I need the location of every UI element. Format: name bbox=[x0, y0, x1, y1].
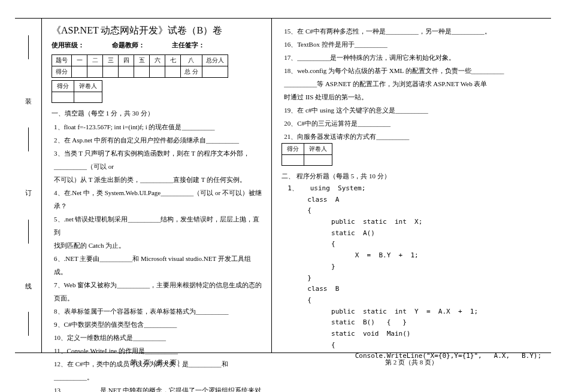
section-score-table-1: 得分 评卷人 bbox=[52, 80, 102, 103]
th-3: 三 bbox=[103, 55, 119, 66]
head-label: 主任签字： bbox=[172, 41, 205, 48]
code-l9: } bbox=[287, 274, 311, 282]
code-l2: class A bbox=[287, 196, 339, 203]
page-number-1: 第 1 页（共 8 页） bbox=[131, 358, 183, 367]
binding-margin: 装 订 线 bbox=[15, 19, 42, 353]
q17: 17、__________是一种特殊的方法，调用它来初始化对象。 bbox=[282, 51, 541, 64]
th-7: 七 bbox=[165, 55, 181, 66]
code-l5: static A() bbox=[287, 229, 375, 237]
q9: 9、C#中数据类型的值类型包含__________ bbox=[52, 318, 262, 331]
q15: 15、在 C#中有两种多态性，一种是__________，另一种是_______… bbox=[282, 25, 541, 38]
binding-mark-1: 装 bbox=[24, 92, 33, 94]
code-l3: { bbox=[287, 206, 311, 214]
q13a: 13、__________是.NET 中独有的概念，它提供了一个逻辑组织系统来对… bbox=[52, 384, 262, 392]
class-label: 使用班级： bbox=[52, 41, 84, 48]
th-2: 二 bbox=[87, 55, 103, 66]
code-l4: public static int X; bbox=[287, 218, 422, 226]
q5a: 5、.net 错误处理机制采用__________结构，发生错误时，层层上抛，直… bbox=[52, 212, 262, 239]
vline bbox=[28, 220, 29, 244]
code-l10: class B bbox=[287, 285, 339, 293]
q4: 4、在.Net 中，类 System.Web.UI.Page__________… bbox=[52, 186, 262, 212]
th-num: 题号 bbox=[52, 55, 72, 66]
exam-paper: 装 订 线 《ASP.NET 动态网站开发》试卷（B）卷 使用班级： 命题教师：… bbox=[15, 18, 551, 353]
score-table: 题号 一 二 三 四 五 六 七 八 总分人 得分 总 分 bbox=[52, 54, 228, 78]
q7: 7、Web 窗体又被称为__________，主要用来根据特定的信息生成的态的页… bbox=[52, 278, 262, 305]
vline bbox=[28, 127, 29, 151]
ss-grader: 评卷人 bbox=[74, 81, 102, 92]
q3b: 不可以）从 T 派生出新的类，__________直接创建 T 的任何实例。 bbox=[52, 173, 262, 186]
ss-grader-2: 评卷人 bbox=[304, 144, 332, 155]
binding-mark-2: 订 bbox=[24, 184, 33, 186]
vline bbox=[28, 35, 29, 59]
code-l12: public static int Y = A.X + 1; bbox=[287, 308, 478, 315]
exam-title: 《ASP.NET 动态网站开发》试卷（B）卷 bbox=[52, 25, 262, 37]
q20: 20、C#中的三元运算符是__________ bbox=[282, 117, 541, 130]
q16: 16、TextBox 控件是用于__________ bbox=[282, 38, 541, 51]
code-l14: static void Main() bbox=[287, 330, 410, 338]
q2: 2、在 Asp.net 中所有的自定义用户控件都必须继承自__________ bbox=[52, 133, 262, 147]
code-l15: { bbox=[287, 341, 335, 349]
teacher-label: 命题教师： bbox=[112, 41, 145, 48]
code-block: 1、 using System; class A { public static… bbox=[287, 183, 541, 362]
th-5: 五 bbox=[134, 55, 150, 66]
q1: 1、float f=-123.567F; int i=(int)f; i 的现在… bbox=[52, 120, 262, 133]
section-score-table-2: 得分 评卷人 bbox=[282, 143, 332, 166]
meta-row: 使用班级： 命题教师： 主任签字： bbox=[52, 41, 262, 50]
q19: 19、在 c#中 using 这个关键字的意义是__________ bbox=[282, 104, 541, 117]
q6: 6、.NET 主要由__________和 Microsoft visual s… bbox=[52, 252, 262, 278]
q3a: 3、当类 T 只声明了私有实例构造函数时，则在 T 的程序文本外部，______… bbox=[52, 147, 262, 173]
th-4: 四 bbox=[119, 55, 134, 66]
th-1: 一 bbox=[72, 55, 87, 66]
q18b: __________等 ASP.NET 的配置工作，为浏览器请求 ASP.NET… bbox=[282, 77, 541, 90]
code-l1: 1、 using System; bbox=[287, 184, 365, 192]
page-column-1: 《ASP.NET 动态网站开发》试卷（B）卷 使用班级： 命题教师： 主任签字：… bbox=[42, 19, 272, 353]
q10: 10、定义一维数组的格式是__________ bbox=[52, 331, 262, 344]
q5b: 找到匹配的 Catch 为止。 bbox=[52, 239, 262, 252]
page-number-2: 第 2 页（共 8 页） bbox=[385, 358, 438, 367]
code-l7: X = B.Y + 1; bbox=[287, 251, 419, 259]
section-2-title: 二、 程序分析题（每题 5，共 10 分） bbox=[282, 172, 541, 181]
q21: 21、向服务器发送请求的方式有__________ bbox=[282, 130, 541, 143]
q18c: 时通过 IIS 处理后的第一站。 bbox=[282, 90, 541, 104]
q11: 11、Console.WriteLine 的作用是__________ bbox=[52, 344, 262, 357]
ss-score: 得分 bbox=[52, 81, 74, 92]
row-total-label: 总 分 bbox=[181, 66, 202, 78]
ss-score-2: 得分 bbox=[282, 144, 304, 155]
th-totalperson: 总分人 bbox=[202, 55, 228, 66]
code-l11: { bbox=[287, 296, 311, 304]
code-l8: } bbox=[287, 263, 335, 271]
page-column-2: 15、在 C#中有两种多态性，一种是__________，另一种是_______… bbox=[272, 19, 551, 353]
vline bbox=[28, 312, 29, 336]
th-6: 六 bbox=[150, 55, 165, 66]
q8: 8、表单标签属于一个容器标签，表单标签格式为__________ bbox=[52, 305, 262, 318]
row-score-label: 得分 bbox=[52, 66, 72, 78]
binding-mark-3: 线 bbox=[24, 277, 33, 279]
code-l6: { bbox=[287, 240, 335, 248]
th-8: 八 bbox=[181, 55, 202, 66]
q18a: 18、web.config 为每个站点级的基于 XML 的配置文件，负责一些__… bbox=[282, 64, 541, 77]
section-1-title: 一、填空题（每空 1 分，共 30 分） bbox=[52, 109, 262, 118]
code-l13: static B() { } bbox=[287, 318, 407, 326]
